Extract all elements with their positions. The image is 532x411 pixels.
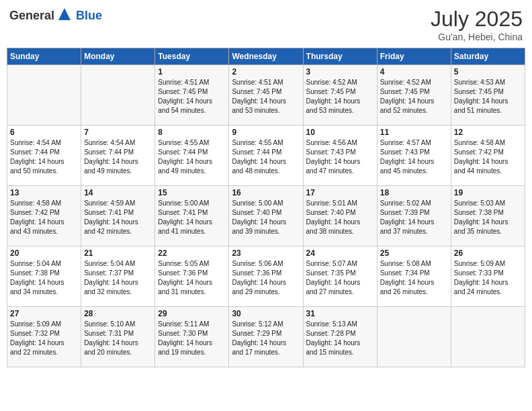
day-number: 21 — [84, 248, 152, 258]
day-number: 11 — [380, 128, 448, 137]
day-number: 9 — [232, 128, 300, 137]
week-row-5: 27Sunrise: 5:09 AM Sunset: 7:32 PM Dayli… — [7, 307, 525, 367]
day-info: Sunrise: 5:03 AM Sunset: 7:38 PM Dayligh… — [454, 199, 522, 236]
day-number: 28 — [84, 309, 152, 318]
header-cell-monday: Monday — [81, 48, 155, 65]
day-number: 8 — [158, 128, 226, 137]
day-number: 22 — [158, 248, 226, 258]
day-cell — [7, 65, 81, 126]
day-number: 18 — [380, 188, 448, 197]
day-cell: 7Sunrise: 4:54 AM Sunset: 7:44 PM Daylig… — [81, 126, 155, 186]
day-info: Sunrise: 4:52 AM Sunset: 7:45 PM Dayligh… — [380, 78, 448, 116]
week-row-3: 13Sunrise: 4:58 AM Sunset: 7:42 PM Dayli… — [7, 186, 525, 246]
day-number: 5 — [454, 67, 522, 77]
day-number: 27 — [10, 309, 78, 318]
day-info: Sunrise: 5:07 AM Sunset: 7:35 PM Dayligh… — [306, 259, 374, 297]
week-row-4: 20Sunrise: 5:04 AM Sunset: 7:38 PM Dayli… — [7, 246, 525, 307]
day-info: Sunrise: 5:10 AM Sunset: 7:31 PM Dayligh… — [84, 320, 152, 357]
logo-general: General — [9, 9, 54, 23]
day-cell: 10Sunrise: 4:56 AM Sunset: 7:43 PM Dayli… — [303, 126, 377, 186]
header-cell-thursday: Thursday — [303, 48, 377, 65]
page-header: General Blue July 2025 Gu'an, Hebei, Chi… — [7, 7, 525, 42]
day-cell: 2Sunrise: 4:51 AM Sunset: 7:45 PM Daylig… — [229, 65, 303, 126]
day-info: Sunrise: 4:53 AM Sunset: 7:45 PM Dayligh… — [454, 78, 522, 116]
day-number: 24 — [306, 248, 374, 258]
day-number: 6 — [10, 128, 78, 137]
logo-icon — [57, 7, 72, 21]
day-cell: 19Sunrise: 5:03 AM Sunset: 7:38 PM Dayli… — [451, 186, 525, 246]
day-cell: 9Sunrise: 4:55 AM Sunset: 7:44 PM Daylig… — [229, 126, 303, 186]
logo: General Blue — [9, 7, 102, 24]
day-info: Sunrise: 5:04 AM Sunset: 7:37 PM Dayligh… — [84, 259, 152, 297]
day-cell: 6Sunrise: 4:54 AM Sunset: 7:44 PM Daylig… — [7, 126, 81, 186]
day-number: 17 — [306, 188, 374, 197]
day-cell: 8Sunrise: 4:55 AM Sunset: 7:44 PM Daylig… — [155, 126, 229, 186]
day-number: 2 — [232, 67, 300, 77]
day-info: Sunrise: 4:55 AM Sunset: 7:44 PM Dayligh… — [158, 138, 226, 176]
day-cell: 15Sunrise: 5:00 AM Sunset: 7:41 PM Dayli… — [155, 186, 229, 246]
day-info: Sunrise: 5:00 AM Sunset: 7:40 PM Dayligh… — [232, 199, 300, 236]
day-info: Sunrise: 5:06 AM Sunset: 7:36 PM Dayligh… — [232, 259, 300, 297]
day-cell: 13Sunrise: 4:58 AM Sunset: 7:42 PM Dayli… — [7, 186, 81, 246]
day-cell: 22Sunrise: 5:05 AM Sunset: 7:36 PM Dayli… — [155, 246, 229, 307]
day-number: 10 — [306, 128, 374, 137]
day-info: Sunrise: 4:55 AM Sunset: 7:44 PM Dayligh… — [232, 138, 300, 176]
day-number: 31 — [306, 309, 374, 318]
day-info: Sunrise: 5:04 AM Sunset: 7:38 PM Dayligh… — [10, 259, 78, 297]
day-info: Sunrise: 5:11 AM Sunset: 7:30 PM Dayligh… — [158, 320, 226, 357]
day-info: Sunrise: 5:09 AM Sunset: 7:33 PM Dayligh… — [454, 259, 522, 297]
title-block: July 2025 Gu'an, Hebei, China — [431, 7, 523, 42]
day-info: Sunrise: 5:08 AM Sunset: 7:34 PM Dayligh… — [380, 259, 448, 297]
location-title: Gu'an, Hebei, China — [431, 32, 523, 42]
day-number: 12 — [454, 128, 522, 137]
day-cell: 11Sunrise: 4:57 AM Sunset: 7:43 PM Dayli… — [377, 126, 451, 186]
day-info: Sunrise: 4:52 AM Sunset: 7:45 PM Dayligh… — [306, 78, 374, 116]
day-number: 26 — [454, 248, 522, 258]
day-cell: 16Sunrise: 5:00 AM Sunset: 7:40 PM Dayli… — [229, 186, 303, 246]
day-number: 30 — [232, 309, 300, 318]
day-number: 25 — [380, 248, 448, 258]
day-cell — [451, 307, 525, 367]
header-cell-saturday: Saturday — [451, 48, 525, 65]
day-cell: 18Sunrise: 5:02 AM Sunset: 7:39 PM Dayli… — [377, 186, 451, 246]
day-info: Sunrise: 4:54 AM Sunset: 7:44 PM Dayligh… — [84, 138, 152, 176]
day-cell: 28Sunrise: 5:10 AM Sunset: 7:31 PM Dayli… — [81, 307, 155, 367]
day-cell — [81, 65, 155, 126]
day-number: 15 — [158, 188, 226, 197]
day-cell: 23Sunrise: 5:06 AM Sunset: 7:36 PM Dayli… — [229, 246, 303, 307]
calendar-header-row: SundayMondayTuesdayWednesdayThursdayFrid… — [7, 48, 525, 65]
day-info: Sunrise: 4:58 AM Sunset: 7:42 PM Dayligh… — [454, 138, 522, 176]
day-number: 14 — [84, 188, 152, 197]
week-row-2: 6Sunrise: 4:54 AM Sunset: 7:44 PM Daylig… — [7, 126, 525, 186]
calendar-table: SundayMondayTuesdayWednesdayThursdayFrid… — [7, 48, 525, 367]
day-cell: 21Sunrise: 5:04 AM Sunset: 7:37 PM Dayli… — [81, 246, 155, 307]
header-cell-sunday: Sunday — [7, 48, 81, 65]
day-info: Sunrise: 5:02 AM Sunset: 7:39 PM Dayligh… — [380, 199, 448, 236]
month-title: July 2025 — [431, 7, 523, 32]
day-info: Sunrise: 4:54 AM Sunset: 7:44 PM Dayligh… — [10, 138, 78, 176]
day-info: Sunrise: 5:13 AM Sunset: 7:28 PM Dayligh… — [306, 320, 374, 357]
header-cell-tuesday: Tuesday — [155, 48, 229, 65]
svg-marker-0 — [58, 8, 71, 20]
day-info: Sunrise: 4:58 AM Sunset: 7:42 PM Dayligh… — [10, 199, 78, 236]
day-cell: 24Sunrise: 5:07 AM Sunset: 7:35 PM Dayli… — [303, 246, 377, 307]
day-info: Sunrise: 4:57 AM Sunset: 7:43 PM Dayligh… — [380, 138, 448, 176]
day-number: 13 — [10, 188, 78, 197]
day-cell: 30Sunrise: 5:12 AM Sunset: 7:29 PM Dayli… — [229, 307, 303, 367]
day-cell: 25Sunrise: 5:08 AM Sunset: 7:34 PM Dayli… — [377, 246, 451, 307]
day-number: 23 — [232, 248, 300, 258]
day-cell: 4Sunrise: 4:52 AM Sunset: 7:45 PM Daylig… — [377, 65, 451, 126]
day-number: 7 — [84, 128, 152, 137]
header-cell-friday: Friday — [377, 48, 451, 65]
day-info: Sunrise: 5:12 AM Sunset: 7:29 PM Dayligh… — [232, 320, 300, 357]
day-cell: 29Sunrise: 5:11 AM Sunset: 7:30 PM Dayli… — [155, 307, 229, 367]
day-cell: 14Sunrise: 4:59 AM Sunset: 7:41 PM Dayli… — [81, 186, 155, 246]
logo-blue: Blue — [76, 9, 102, 23]
header-cell-wednesday: Wednesday — [229, 48, 303, 65]
day-info: Sunrise: 5:09 AM Sunset: 7:32 PM Dayligh… — [10, 320, 78, 357]
day-number: 3 — [306, 67, 374, 77]
day-cell: 20Sunrise: 5:04 AM Sunset: 7:38 PM Dayli… — [7, 246, 81, 307]
day-info: Sunrise: 4:56 AM Sunset: 7:43 PM Dayligh… — [306, 138, 374, 176]
day-cell: 27Sunrise: 5:09 AM Sunset: 7:32 PM Dayli… — [7, 307, 81, 367]
day-info: Sunrise: 5:05 AM Sunset: 7:36 PM Dayligh… — [158, 259, 226, 297]
